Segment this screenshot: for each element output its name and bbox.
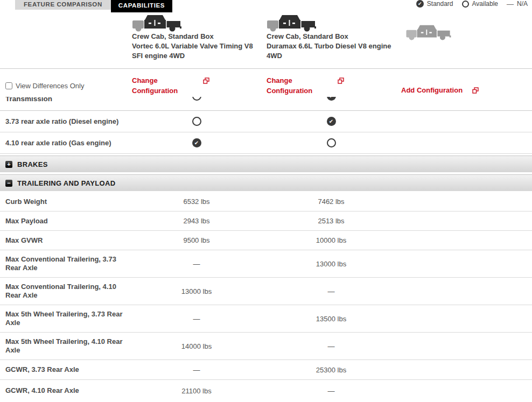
view-differences-wrap: View Differences Only bbox=[0, 69, 129, 97]
spec-row-conv-trailering-410: Max Conventional Trailering, 4.10 Rear A… bbox=[0, 278, 532, 305]
spec-value: — bbox=[129, 260, 264, 268]
truck-icon bbox=[132, 13, 267, 32]
spec-value: — bbox=[264, 387, 398, 395]
add-config-cell: Add Configuration bbox=[398, 69, 532, 97]
legend-standard-label: Standard bbox=[427, 0, 453, 8]
spec-label: GCWR, 3.73 Rear Axle bbox=[0, 365, 129, 374]
spec-value: 13000 lbs bbox=[264, 260, 398, 268]
feature-row: 4.10 rear axle ratio (Gas engine) bbox=[0, 132, 532, 154]
spec-label: Max GVWR bbox=[0, 236, 129, 245]
config-header-spacer bbox=[0, 12, 132, 68]
top-bar: FEATURE COMPARISON CAPABILITIES ✔ Standa… bbox=[0, 0, 532, 12]
change-configuration-link-2[interactable]: Change Configuration bbox=[267, 75, 327, 96]
legend-available: Available bbox=[462, 0, 498, 8]
legend: ✔ Standard Available — N/A bbox=[416, 0, 528, 8]
spec-value: — bbox=[264, 342, 398, 350]
spec-row-curb-weight: Curb Weight 6532 lbs 7462 lbs bbox=[0, 192, 532, 211]
config-header: Crew Cab, Standard Box Vortec 6.0L Varia… bbox=[0, 12, 532, 69]
spec-row-gcwr-410: GCWR, 4.10 Rear Axle 21100 lbs — bbox=[0, 380, 532, 401]
view-differences-checkbox[interactable] bbox=[5, 82, 12, 89]
legend-na-label: N/A bbox=[517, 0, 528, 8]
spec-label: Curb Weight bbox=[0, 198, 129, 206]
spec-row-5th-wheel-410: Max 5th Wheel Trailering, 4.10 Rear Axle… bbox=[0, 333, 532, 360]
spec-label: Max Payload bbox=[0, 217, 129, 225]
feature-row: 3.73 rear axle ratio (Diesel engine) bbox=[0, 111, 532, 132]
spec-label: Max Conventional Trailering, 4.10 Rear A… bbox=[0, 283, 129, 300]
spec-row-max-gvwr: Max GVWR 9500 lbs 10000 lbs bbox=[0, 231, 532, 250]
availability-icon bbox=[327, 138, 336, 147]
spec-value: 14000 lbs bbox=[129, 342, 264, 350]
legend-standard: ✔ Standard bbox=[416, 0, 453, 8]
expand-plus-icon[interactable]: + bbox=[5, 161, 12, 168]
feature-row-transmission: Transmission bbox=[0, 97, 532, 111]
popup-window-icon[interactable] bbox=[472, 86, 479, 96]
spec-value: 7462 lbs bbox=[264, 198, 398, 206]
popup-window-icon[interactable] bbox=[338, 76, 344, 86]
spec-row-5th-wheel-373: Max 5th Wheel Trailering, 3.73 Rear Axle… bbox=[0, 305, 532, 333]
tab-feature-comparison[interactable]: FEATURE COMPARISON bbox=[15, 0, 111, 10]
config-2-cab: Crew Cab, Standard Box bbox=[267, 32, 400, 41]
truck-icon bbox=[267, 13, 401, 32]
comparison-page: FEATURE COMPARISON CAPABILITIES ✔ Standa… bbox=[0, 0, 532, 402]
availability-icon bbox=[327, 97, 336, 101]
config-column-2: Crew Cab, Standard Box Duramax 6.6L Turb… bbox=[267, 12, 401, 68]
spec-value: — bbox=[264, 287, 398, 295]
controls-row: View Differences Only Change Configurati… bbox=[0, 69, 532, 97]
spec-label: Max Conventional Trailering, 3.73 Rear A… bbox=[0, 255, 129, 272]
spec-value: 21100 lbs bbox=[129, 387, 264, 395]
spec-label: Max 5th Wheel Trailering, 4.10 Rear Axle bbox=[0, 337, 129, 355]
change-configuration-link-1[interactable]: Change Configuration bbox=[132, 75, 192, 96]
section-header-brakes[interactable]: + BRAKES bbox=[0, 156, 532, 172]
availability-icon bbox=[327, 117, 336, 126]
feature-value-cell bbox=[129, 138, 264, 147]
legend-available-label: Available bbox=[472, 0, 498, 8]
change-config-cell-1: Change Configuration bbox=[129, 69, 264, 97]
availability-icon bbox=[192, 138, 201, 147]
config-column-empty bbox=[401, 12, 532, 68]
spec-value: 9500 lbs bbox=[129, 236, 264, 244]
add-configuration-link[interactable]: Add Configuration bbox=[401, 85, 471, 95]
view-differences-label: View Differences Only bbox=[16, 82, 84, 90]
spec-value: — bbox=[129, 366, 264, 374]
standard-check-icon: ✔ bbox=[416, 0, 424, 8]
section-label: TRAILERING AND PAYLOAD bbox=[17, 179, 115, 187]
spec-value: 2513 lbs bbox=[264, 217, 398, 225]
spec-row-gcwr-373: GCWR, 3.73 Rear Axle — 25300 lbs bbox=[0, 360, 532, 380]
config-2-engine: Duramax 6.6L Turbo Diesel V8 engine 4WD bbox=[267, 41, 400, 61]
spec-row-conv-trailering-373: Max Conventional Trailering, 3.73 Rear A… bbox=[0, 250, 532, 278]
tab-capabilities[interactable]: CAPABILITIES bbox=[111, 0, 172, 12]
availability-icon bbox=[192, 97, 201, 101]
spec-value: 6532 lbs bbox=[129, 198, 264, 206]
spec-value: 13000 lbs bbox=[129, 287, 264, 295]
na-dash-icon: — bbox=[507, 1, 514, 8]
config-column-1: Crew Cab, Standard Box Vortec 6.0L Varia… bbox=[132, 12, 267, 68]
section-label: BRAKES bbox=[17, 160, 48, 168]
spec-row-max-payload: Max Payload 2943 lbs 2513 lbs bbox=[0, 211, 532, 231]
spec-value: — bbox=[129, 315, 264, 323]
feature-label: 4.10 rear axle ratio (Gas engine) bbox=[0, 139, 129, 147]
config-1-cab: Crew Cab, Standard Box bbox=[132, 32, 265, 41]
change-config-cell-2: Change Configuration bbox=[264, 69, 398, 97]
spec-value: 13500 lbs bbox=[264, 315, 398, 323]
available-circle-icon bbox=[462, 1, 469, 8]
config-2-description: Crew Cab, Standard Box Duramax 6.6L Turb… bbox=[267, 32, 400, 61]
spec-label: GCWR, 4.10 Rear Axle bbox=[0, 386, 129, 395]
spec-value: 2943 lbs bbox=[129, 217, 264, 225]
legend-na: — N/A bbox=[507, 0, 528, 8]
feature-value-cell bbox=[129, 117, 264, 126]
config-1-description: Crew Cab, Standard Box Vortec 6.0L Varia… bbox=[132, 32, 265, 61]
popup-window-icon[interactable] bbox=[203, 76, 209, 86]
section-header-trailering[interactable]: − TRAILERING AND PAYLOAD bbox=[0, 174, 532, 191]
spec-value: 25300 lbs bbox=[264, 366, 398, 374]
spec-value: 10000 lbs bbox=[264, 236, 398, 244]
spec-label: Max 5th Wheel Trailering, 3.73 Rear Axle bbox=[0, 310, 129, 327]
config-1-engine: Vortec 6.0L Variable Valve Timing V8 SFI… bbox=[132, 41, 265, 61]
truck-placeholder-icon bbox=[405, 24, 532, 40]
collapse-minus-icon[interactable]: − bbox=[5, 180, 12, 187]
feature-label: Transmission bbox=[5, 97, 52, 103]
feature-value-cell bbox=[264, 117, 398, 126]
feature-value-cell bbox=[264, 138, 398, 147]
feature-label: 3.73 rear axle ratio (Diesel engine) bbox=[0, 117, 129, 126]
availability-icon bbox=[192, 117, 201, 126]
